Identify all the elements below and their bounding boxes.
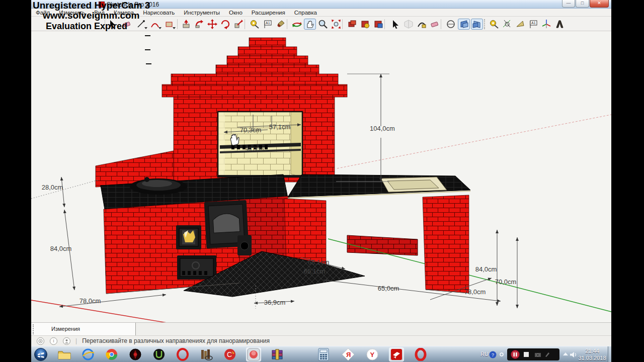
select-icon[interactable] xyxy=(389,19,401,30)
window-titlebar: SketchUp Pro 2016 — □ ✕ xyxy=(31,0,611,9)
shaded-cube-icon[interactable] xyxy=(403,19,415,30)
measurements-label: Измерения xyxy=(51,326,80,332)
zoom-extents-icon[interactable] xyxy=(330,19,342,30)
text-tool-icon[interactable]: A1 xyxy=(262,19,274,30)
drawing-canvas[interactable]: 70,3cm 57,1cm 40,0cm 104,0cm 28,0cm 84,0… xyxy=(31,31,611,322)
clock-date: 31.03.2018 xyxy=(578,354,607,361)
back-wall xyxy=(347,235,418,255)
explorer-icon[interactable] xyxy=(57,347,72,361)
scale-icon[interactable] xyxy=(232,19,245,30)
volume-icon[interactable] xyxy=(569,347,578,361)
soft-eraser-icon[interactable] xyxy=(429,19,441,30)
line-tool-icon[interactable] xyxy=(135,19,147,30)
pan-icon[interactable] xyxy=(304,19,316,30)
tray-grip[interactable] xyxy=(33,324,34,334)
toolbar-separator xyxy=(245,19,245,29)
materials-icon[interactable] xyxy=(359,19,371,30)
language-indicator[interactable]: RU xyxy=(480,351,489,357)
valve-door xyxy=(237,235,252,255)
section-plane-icon[interactable] xyxy=(458,19,470,30)
minimize-button[interactable]: — xyxy=(562,0,575,8)
menu-window[interactable]: Окно xyxy=(224,9,247,16)
clock-time: 21:44 xyxy=(578,347,607,354)
axes-icon[interactable] xyxy=(540,19,552,30)
dimension-label: 65,0cm xyxy=(378,285,399,292)
menu-camera[interactable]: Камера xyxy=(109,9,138,16)
yandex-browser-icon[interactable]: Я xyxy=(341,347,356,361)
views-icon[interactable] xyxy=(445,19,457,30)
firebox-glass-door xyxy=(176,225,201,249)
zoom-icon[interactable] xyxy=(317,19,329,30)
yandex-search-icon[interactable]: Y xyxy=(365,347,380,361)
back-edges-icon[interactable] xyxy=(416,19,428,30)
pause-record-icon[interactable] xyxy=(510,349,520,359)
toolbar-separator xyxy=(342,19,343,29)
taskbar-clock[interactable]: 21:44 31.03.2018 xyxy=(578,347,607,361)
toolbar-handle xyxy=(484,19,486,29)
tape-measure-icon[interactable] xyxy=(249,19,261,30)
geolocation-icon[interactable] xyxy=(37,337,44,345)
internet-explorer-icon[interactable] xyxy=(80,347,96,361)
eraser-icon[interactable] xyxy=(121,19,133,30)
toolbar-separator xyxy=(287,19,287,29)
tray-gear-icon[interactable] xyxy=(498,347,505,361)
menu-view[interactable]: Вид xyxy=(90,9,109,16)
sketchup-icon[interactable] xyxy=(389,347,404,361)
dimension-label: 70,3cm xyxy=(240,126,262,134)
component-icon[interactable] xyxy=(346,19,358,30)
tape-measure-icon[interactable] xyxy=(488,19,500,30)
follow-me-icon[interactable] xyxy=(193,19,205,30)
utorrent-icon[interactable] xyxy=(151,347,167,361)
maximize-button[interactable]: □ xyxy=(576,0,589,8)
close-button[interactable]: ✕ xyxy=(590,0,609,8)
select-arrow-icon[interactable] xyxy=(107,19,119,30)
start-button[interactable] xyxy=(33,347,48,361)
menu-tools[interactable]: Инструменты xyxy=(179,9,224,16)
menu-extensions[interactable]: Расширения xyxy=(247,9,290,16)
show-desktop-button[interactable] xyxy=(608,346,611,362)
rotate-icon[interactable] xyxy=(219,19,231,30)
dimension-icon[interactable] xyxy=(514,19,526,30)
svg-text:?: ? xyxy=(492,352,494,357)
hypercam-record-icon[interactable] xyxy=(246,347,261,361)
toolbar-separator xyxy=(177,19,178,29)
menu-help[interactable]: Справка xyxy=(290,9,321,16)
hypercam-control-bar xyxy=(507,348,559,360)
orbit-icon[interactable] xyxy=(291,19,303,30)
credits-icon[interactable]: i xyxy=(50,337,57,345)
opera-icon[interactable] xyxy=(175,347,190,361)
measurements-box[interactable]: Измерения xyxy=(31,323,136,336)
status-bar: i | Перетаскивайте в различных направлен… xyxy=(31,335,611,346)
library-icon[interactable] xyxy=(199,347,214,361)
ccleaner-icon[interactable]: C xyxy=(222,347,237,361)
dimension-label: 57,1cm xyxy=(269,123,291,131)
menu-edit[interactable]: Изменить xyxy=(54,9,90,16)
menu-draw[interactable]: Нарисовать xyxy=(138,9,179,16)
camera-icon[interactable] xyxy=(534,351,541,357)
help-tray-icon[interactable]: ? xyxy=(488,347,497,361)
opera-o-icon[interactable] xyxy=(413,347,428,361)
push-pull-icon[interactable] xyxy=(180,19,192,30)
paint-bucket-icon[interactable] xyxy=(275,19,287,30)
menu-file[interactable]: Файл xyxy=(31,9,54,16)
move-icon[interactable] xyxy=(206,19,218,30)
3d-text-icon[interactable] xyxy=(553,19,566,30)
dimension-label: 65,1cm xyxy=(308,258,330,266)
svg-text:Я: Я xyxy=(346,351,351,358)
stop-record-icon[interactable] xyxy=(523,351,529,357)
winrar-icon[interactable] xyxy=(270,347,285,361)
chrome-icon[interactable] xyxy=(104,347,119,361)
pen-icon[interactable] xyxy=(544,351,550,357)
rectangle-tool-icon[interactable] xyxy=(163,19,175,30)
calculator-icon[interactable] xyxy=(316,347,331,361)
game-icon[interactable] xyxy=(128,347,143,361)
styles-icon[interactable] xyxy=(372,19,384,30)
text-tool-icon[interactable]: A1 xyxy=(527,19,539,30)
protractor-icon[interactable] xyxy=(501,19,513,30)
taskbar: C Я Y RU xyxy=(31,346,611,362)
arc-tool-icon[interactable] xyxy=(149,19,161,30)
right-pillar xyxy=(423,195,469,293)
person-icon[interactable] xyxy=(63,337,70,345)
section-cut-icon[interactable] xyxy=(471,19,483,30)
dimension-label: 28,0cm xyxy=(42,184,63,191)
